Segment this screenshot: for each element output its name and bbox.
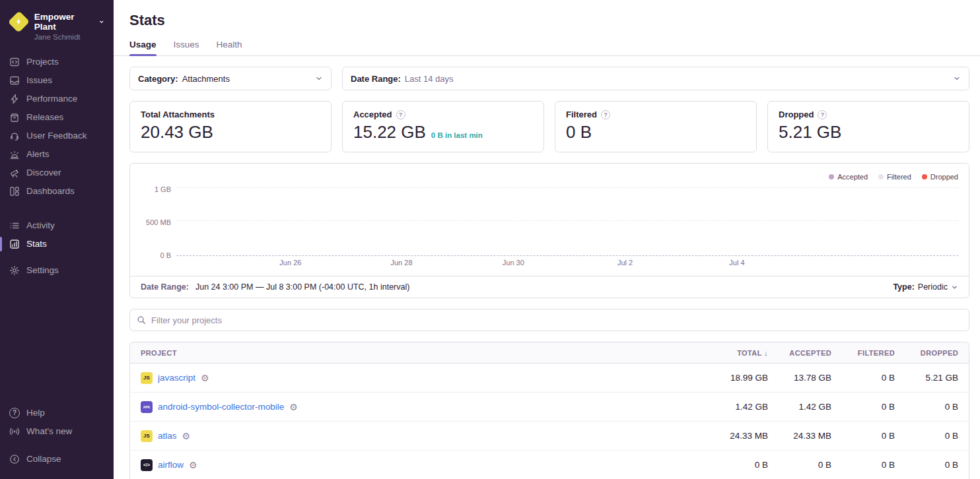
filtered-dot-icon [878,174,884,179]
x-axis-label: Jun 30 [503,259,524,267]
collapse-icon [9,454,20,464]
chart-plot [176,187,958,256]
card-accepted: Accepted ? 15.22 GB 0 B in last min [342,101,544,152]
sidebar-item-activity[interactable]: Activity [0,216,114,235]
project-settings-icon[interactable]: ⚙ [289,402,298,412]
x-axis-label: Jun 28 [390,259,412,267]
x-axis-label: Jul 2 [617,259,633,267]
accepted-dot-icon [829,174,834,179]
sidebar-item-dashboards[interactable]: Dashboards [0,182,114,201]
project-filter [129,309,969,331]
user-feedback-icon [9,131,20,141]
card-total-attachments: Total Attachments 20.43 GB [129,101,332,152]
sidebar-item-collapse[interactable]: Collapse [0,450,114,468]
sidebar-item-whats-new[interactable]: What's new [0,422,114,441]
sidebar-item-projects[interactable]: Projects [0,53,114,71]
tab-health[interactable]: Health [217,40,242,55]
table-row: APK android-symbol-collector-mobile ⚙ 1.… [130,393,969,422]
chevron-down-icon [953,75,961,82]
platform-android-icon: APK [141,401,153,413]
project-link[interactable]: atlas [158,431,177,441]
sidebar-item-alerts[interactable]: Alerts [0,145,114,164]
sidebar-item-settings[interactable]: Settings [0,261,114,280]
stats-icon [9,239,20,249]
chevron-down-icon [951,284,958,291]
platform-javascript-icon: JS [141,372,153,384]
table-row: JS atlas ⚙ 24.33 MB 24.33 MB 0 B 0 B [130,422,969,451]
tab-issues[interactable]: Issues [174,40,199,55]
project-settings-icon[interactable]: ⚙ [182,431,191,441]
platform-javascript-icon: JS [141,430,153,442]
x-axis: Jun 26Jun 28Jun 30Jul 2Jul 4 [176,259,958,271]
tab-usage[interactable]: Usage [129,40,157,55]
sentry-logo-icon [8,11,30,32]
page-header: Stats Usage Issues Health [114,0,980,56]
chart-date-range: Jun 24 3:00 PM — Jul 8 3:00 PM (-04:00 U… [195,282,409,292]
sidebar-item-help[interactable]: ? Help [0,404,114,422]
activity-icon [9,220,20,231]
help-tooltip-icon[interactable]: ? [601,110,610,119]
legend-item-accepted[interactable]: Accepted [829,173,868,181]
chevron-down-icon [315,75,323,82]
dashboards-icon [9,186,20,197]
page-title: Stats [129,12,969,29]
help-icon: ? [9,408,20,418]
table-row: JS javascript ⚙ 18.99 GB 13.78 GB 0 B 5.… [130,364,969,393]
usage-chart: 1 GB 500 MB 0 B Jun 26Jun 28Jun 30Jul 2J… [141,187,958,271]
project-link[interactable]: android-symbol-collector-mobile [158,402,284,412]
issues-icon [9,75,20,86]
project-link[interactable]: javascript [158,373,195,383]
sidebar-item-discover[interactable]: Discover [0,164,114,182]
platform-code-icon: </> [141,459,153,471]
accepted-last-min: 0 B in last min [431,131,483,139]
sidebar-item-issues[interactable]: Issues [0,71,114,90]
dropped-value: 5.21 GB [779,122,958,143]
broadcast-icon [9,426,20,437]
org-name: Empower Plant [34,12,104,32]
projects-table: PROJECT TOTAL ↓ ACCEPTED FILTERED DROPPE… [129,342,969,479]
total-value: 20.43 GB [141,122,320,143]
chart-legend: Accepted Filtered Dropped [141,170,958,187]
sidebar: Empower Plant Jane Schmidt Projects Issu… [0,0,114,479]
org-switcher[interactable]: Empower Plant Jane Schmidt [0,9,114,53]
org-user: Jane Schmidt [34,33,104,41]
sidebar-item-performance[interactable]: Performance [0,90,114,108]
project-link[interactable]: airflow [158,460,184,470]
project-filter-input[interactable] [151,315,962,325]
dropped-dot-icon [922,174,927,179]
project-settings-icon[interactable]: ⚙ [201,373,209,383]
chart-bars [176,187,958,255]
discover-icon [9,168,20,178]
table-row: </> airflow ⚙ 0 B 0 B 0 B 0 B [130,451,969,479]
sidebar-item-stats[interactable]: Stats [0,235,114,253]
projects-icon [9,57,20,67]
category-select[interactable]: Category: Attachments [129,67,332,90]
project-settings-icon[interactable]: ⚙ [189,461,197,470]
tab-bar: Usage Issues Health [129,40,969,55]
main-content: Stats Usage Issues Health Category: Atta… [114,0,980,479]
chart-footer: Date Range: Jun 24 3:00 PM — Jul 8 3:00 … [130,276,969,298]
date-range-select[interactable]: Date Range: Last 14 days [342,67,969,90]
sidebar-item-user-feedback[interactable]: User Feedback [0,127,114,145]
alerts-icon [9,149,20,160]
legend-item-filtered[interactable]: Filtered [878,173,911,181]
stat-cards: Total Attachments 20.43 GB Accepted ? 15… [129,101,969,152]
search-icon [137,315,146,325]
sidebar-item-releases[interactable]: Releases [0,108,114,127]
x-axis-label: Jul 4 [729,259,744,267]
performance-icon [9,94,20,104]
filtered-value: 0 B [566,122,746,143]
x-axis-label: Jun 26 [279,259,301,267]
y-axis: 1 GB 500 MB 0 B [141,187,176,256]
card-dropped: Dropped ? 5.21 GB [767,101,969,152]
accepted-value: 15.22 GB [353,122,426,143]
legend-item-dropped[interactable]: Dropped [922,173,958,181]
settings-gear-icon [9,265,20,276]
releases-icon [9,112,20,123]
help-tooltip-icon[interactable]: ? [396,110,405,119]
chart-type-select[interactable]: Type: Periodic [893,282,958,292]
sort-total[interactable]: TOTAL ↓ [705,349,768,357]
sidebar-divider [0,201,114,216]
app-root: Empower Plant Jane Schmidt Projects Issu… [0,0,980,479]
help-tooltip-icon[interactable]: ? [818,110,827,119]
